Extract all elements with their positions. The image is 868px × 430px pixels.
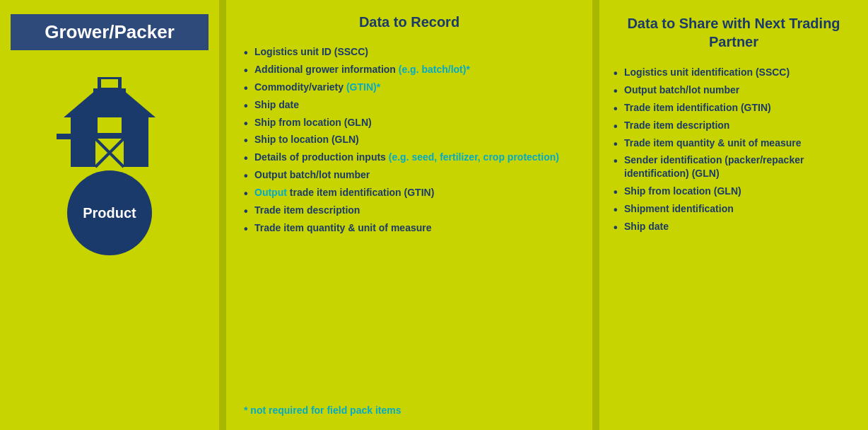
list-item: Logistics unit ID (SSCC) xyxy=(244,43,575,61)
data-to-share-list: Logistics unit identification (SSCC) Out… xyxy=(614,64,854,236)
list-item: Trade item quantity & unit of measure xyxy=(244,219,575,237)
list-item: Sender identification (packer/repacker i… xyxy=(614,151,854,182)
svg-rect-6 xyxy=(57,134,74,139)
list-item-text: Trade item description xyxy=(624,120,729,131)
middle-column-title: Data to Record xyxy=(244,14,575,30)
cyan-text: (GTIN)* xyxy=(346,81,380,93)
list-item: Trade item description xyxy=(614,117,854,134)
list-item-text: Trade item identification (GTIN) xyxy=(624,102,771,113)
list-item-text: Trade item quantity & unit of measure xyxy=(254,222,432,233)
list-item-text: Ship date xyxy=(624,221,669,232)
cyan-text: Output xyxy=(254,187,287,198)
left-column-title: Grower/Packer xyxy=(11,14,209,50)
left-column: Grower/Packer Product xyxy=(0,0,219,430)
list-item: Output trade item identification (GTIN) xyxy=(244,184,575,202)
list-item-text: Shipment identification xyxy=(624,203,734,214)
svg-rect-5 xyxy=(101,79,118,88)
list-item: Commodity/variety (GTIN)* xyxy=(244,79,575,96)
list-item: Logistics unit identification (SSCC) xyxy=(614,64,854,81)
barn-icon xyxy=(57,71,163,170)
list-item-text: Trade item description xyxy=(254,204,360,216)
cyan-text: (e.g. batch/lot)* xyxy=(399,64,470,75)
list-item-text: Ship to location (GLN) xyxy=(254,134,359,145)
list-item: Additional grower information (e.g. batc… xyxy=(244,61,575,79)
list-item: Trade item quantity & unit of measure xyxy=(614,134,854,152)
list-item-text: Logistics unit identification (SSCC) xyxy=(624,66,790,78)
list-item-text: Ship from location (GLN) xyxy=(254,117,372,128)
right-divider xyxy=(592,0,599,430)
list-item: Ship date xyxy=(244,96,575,114)
data-to-record-list: Logistics unit ID (SSCC) Additional grow… xyxy=(244,43,575,237)
list-item: Trade item identification (GTIN) xyxy=(614,99,854,117)
list-item-text: Output batch/lot number xyxy=(624,84,739,95)
product-circle: Product xyxy=(67,170,152,255)
list-item-text: Output trade item identification (GTIN) xyxy=(254,187,434,198)
list-item: Ship from location (GLN) xyxy=(614,182,854,200)
list-item: Shipment identification xyxy=(614,200,854,218)
list-item-text: Details of production inputs (e.g. seed,… xyxy=(254,151,559,163)
product-label: Product xyxy=(83,205,136,221)
cyan-text: (e.g. seed, fertilizer, crop protection) xyxy=(389,151,559,163)
svg-rect-4 xyxy=(93,88,126,94)
svg-rect-10 xyxy=(98,117,122,133)
footnote: * not required for field pack items xyxy=(244,394,575,416)
right-column-title: Data to Share with Next Trading Partner xyxy=(614,14,854,51)
list-item-text: Ship date xyxy=(254,99,299,110)
list-item-text: Sender identification (packer/repacker i… xyxy=(624,154,804,179)
list-item: Details of production inputs (e.g. seed,… xyxy=(244,149,575,166)
main-container: Grower/Packer Product xyxy=(0,0,868,430)
list-item-text: Ship from location (GLN) xyxy=(624,185,741,197)
list-item: Ship to location (GLN) xyxy=(244,131,575,149)
list-item-text: Logistics unit ID (SSCC) xyxy=(254,46,368,57)
list-item: Ship from location (GLN) xyxy=(244,114,575,132)
list-item-text: Trade item quantity & unit of measure xyxy=(624,137,802,149)
list-item: Trade item description xyxy=(244,202,575,219)
list-item: Ship date xyxy=(614,218,854,236)
list-item-text: Commodity/variety (GTIN)* xyxy=(254,81,380,93)
left-divider xyxy=(219,0,226,430)
right-column: Data to Share with Next Trading Partner … xyxy=(599,0,868,430)
list-item: Output batch/lot number xyxy=(614,81,854,99)
list-item: Output batch/lot number xyxy=(244,166,575,184)
list-item-text: Output batch/lot number xyxy=(254,169,370,180)
list-item-text: Additional grower information (e.g. batc… xyxy=(254,64,470,75)
middle-column: Data to Record Logistics unit ID (SSCC) … xyxy=(226,0,592,430)
